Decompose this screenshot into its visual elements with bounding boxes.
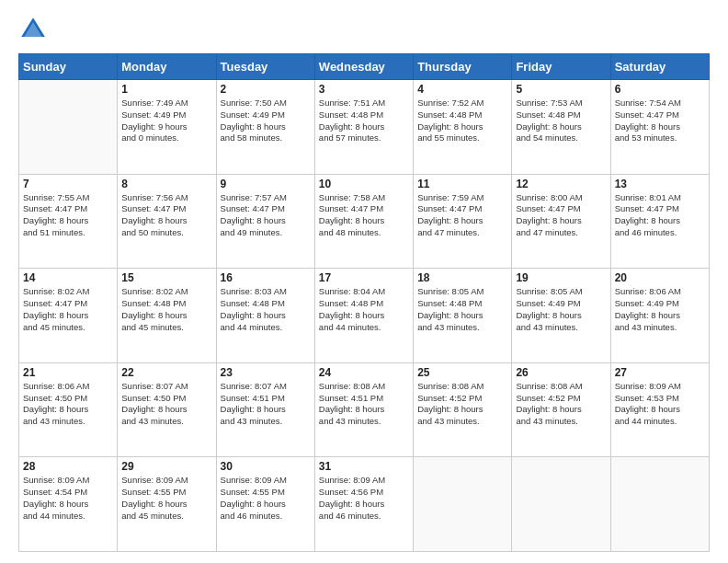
logo xyxy=(18,15,51,44)
cell-info-line: and 43 minutes. xyxy=(23,416,113,428)
cell-info-line: Sunrise: 8:09 AM xyxy=(121,475,211,487)
cell-info-line: Sunset: 4:47 PM xyxy=(615,203,705,215)
day-number: 21 xyxy=(23,366,113,379)
cell-info-line: Sunset: 4:51 PM xyxy=(221,393,311,405)
cell-info-line: Daylight: 8 hours xyxy=(121,215,211,227)
cell-info-line: Daylight: 8 hours xyxy=(221,404,311,416)
day-number: 3 xyxy=(319,83,409,96)
cell-info-line: Sunrise: 8:09 AM xyxy=(319,475,409,487)
cell-info-line: Sunrise: 8:08 AM xyxy=(516,381,606,393)
cell-info-line: and 46 minutes. xyxy=(319,511,409,523)
cell-info-line: Sunrise: 7:53 AM xyxy=(516,98,606,109)
cell-info-line: Daylight: 8 hours xyxy=(516,121,606,133)
col-header-wednesday: Wednesday xyxy=(314,54,413,80)
day-number: 29 xyxy=(121,460,211,473)
cell-info-line: Sunrise: 8:06 AM xyxy=(23,381,113,393)
cell-info-line: Sunset: 4:47 PM xyxy=(615,109,705,121)
day-number: 4 xyxy=(417,83,507,96)
day-number: 8 xyxy=(121,178,211,190)
calendar-cell: 2Sunrise: 7:50 AMSunset: 4:49 PMDaylight… xyxy=(216,80,314,175)
cell-info-line: Sunrise: 8:02 AM xyxy=(121,286,211,298)
calendar-cell: 30Sunrise: 8:09 AMSunset: 4:55 PMDayligh… xyxy=(216,457,314,552)
calendar-cell: 1Sunrise: 7:49 AMSunset: 4:49 PMDaylight… xyxy=(118,80,216,175)
cell-info-line: Daylight: 8 hours xyxy=(417,121,507,133)
cell-info-line: Sunset: 4:47 PM xyxy=(221,203,311,215)
cell-info-line: and 45 minutes. xyxy=(121,511,211,523)
cell-info-line: Sunset: 4:47 PM xyxy=(516,203,606,215)
cell-info-line: and 49 minutes. xyxy=(221,227,311,239)
day-number: 15 xyxy=(121,271,211,284)
day-number: 18 xyxy=(417,271,507,284)
cell-info-line: and 58 minutes. xyxy=(221,132,311,144)
calendar-cell: 19Sunrise: 8:05 AMSunset: 4:49 PMDayligh… xyxy=(512,269,610,363)
calendar-cell: 23Sunrise: 8:07 AMSunset: 4:51 PMDayligh… xyxy=(216,362,314,457)
cell-info-line: Sunset: 4:48 PM xyxy=(319,109,409,121)
cell-info-line: Sunset: 4:47 PM xyxy=(121,203,211,215)
col-header-tuesday: Tuesday xyxy=(216,54,314,80)
cell-info-line: and 46 minutes. xyxy=(221,511,311,523)
cell-info-line: Sunset: 4:49 PM xyxy=(121,109,211,121)
day-number: 27 xyxy=(615,366,705,379)
day-number: 1 xyxy=(121,83,211,96)
col-header-sunday: Sunday xyxy=(19,54,118,80)
cell-info-line: Daylight: 8 hours xyxy=(319,310,409,322)
calendar-cell xyxy=(610,457,709,552)
cell-info-line: and 43 minutes. xyxy=(319,416,409,428)
col-header-thursday: Thursday xyxy=(414,54,512,80)
day-number: 9 xyxy=(221,178,311,190)
cell-info-line: Sunrise: 7:56 AM xyxy=(121,192,211,204)
cell-info-line: and 46 minutes. xyxy=(615,227,705,239)
cell-info-line: Sunrise: 8:06 AM xyxy=(615,286,705,298)
cell-info-line: Sunrise: 8:05 AM xyxy=(417,286,507,298)
cell-info-line: and 43 minutes. xyxy=(615,322,705,334)
cell-info-line: Daylight: 8 hours xyxy=(615,121,705,133)
cell-info-line: and 47 minutes. xyxy=(417,227,507,239)
day-number: 19 xyxy=(516,271,606,284)
cell-info-line: Sunrise: 8:09 AM xyxy=(221,475,311,487)
page: SundayMondayTuesdayWednesdayThursdayFrid… xyxy=(0,0,728,563)
calendar-cell: 9Sunrise: 7:57 AMSunset: 4:47 PMDaylight… xyxy=(216,174,314,269)
calendar-cell: 27Sunrise: 8:09 AMSunset: 4:53 PMDayligh… xyxy=(610,362,709,457)
day-number: 30 xyxy=(221,460,311,473)
cell-info-line: and 45 minutes. xyxy=(121,322,211,334)
calendar-cell: 24Sunrise: 8:08 AMSunset: 4:51 PMDayligh… xyxy=(314,362,413,457)
calendar-cell: 16Sunrise: 8:03 AMSunset: 4:48 PMDayligh… xyxy=(216,269,314,363)
cell-info-line: Daylight: 8 hours xyxy=(121,310,211,322)
cell-info-line: Sunset: 4:47 PM xyxy=(23,298,113,310)
calendar-cell: 29Sunrise: 8:09 AMSunset: 4:55 PMDayligh… xyxy=(118,457,216,552)
day-number: 6 xyxy=(615,83,705,96)
cell-info-line: Sunset: 4:48 PM xyxy=(121,298,211,310)
cell-info-line: Sunrise: 8:08 AM xyxy=(417,381,507,393)
cell-info-line: Sunset: 4:50 PM xyxy=(23,393,113,405)
calendar-cell: 7Sunrise: 7:55 AMSunset: 4:47 PMDaylight… xyxy=(19,174,118,269)
header xyxy=(18,15,710,44)
cell-info-line: Sunrise: 8:00 AM xyxy=(516,192,606,204)
cell-info-line: Sunrise: 7:57 AM xyxy=(221,192,311,204)
cell-info-line: Sunrise: 7:50 AM xyxy=(221,98,311,109)
cell-info-line: Daylight: 8 hours xyxy=(23,499,113,511)
cell-info-line: and 43 minutes. xyxy=(121,416,211,428)
cell-info-line: Sunset: 4:49 PM xyxy=(516,298,606,310)
cell-info-line: Daylight: 8 hours xyxy=(23,215,113,227)
calendar-cell: 4Sunrise: 7:52 AMSunset: 4:48 PMDaylight… xyxy=(414,80,512,175)
cell-info-line: Daylight: 8 hours xyxy=(319,215,409,227)
cell-info-line: Sunset: 4:48 PM xyxy=(417,298,507,310)
day-number: 28 xyxy=(23,460,113,473)
cell-info-line: Sunrise: 7:51 AM xyxy=(319,98,409,109)
cell-info-line: and 45 minutes. xyxy=(23,322,113,334)
cell-info-line: and 50 minutes. xyxy=(121,227,211,239)
cell-info-line: and 47 minutes. xyxy=(516,227,606,239)
day-number: 13 xyxy=(615,178,705,190)
calendar-cell: 31Sunrise: 8:09 AMSunset: 4:56 PMDayligh… xyxy=(314,457,413,552)
cell-info-line: Daylight: 8 hours xyxy=(319,499,409,511)
day-number: 16 xyxy=(221,271,311,284)
cell-info-line: and 44 minutes. xyxy=(319,322,409,334)
calendar-table: SundayMondayTuesdayWednesdayThursdayFrid… xyxy=(18,53,710,552)
cell-info-line: Sunset: 4:52 PM xyxy=(516,393,606,405)
cell-info-line: and 54 minutes. xyxy=(516,132,606,144)
cell-info-line: Sunset: 4:47 PM xyxy=(23,203,113,215)
cell-info-line: and 55 minutes. xyxy=(417,132,507,144)
cell-info-line: Daylight: 8 hours xyxy=(23,310,113,322)
cell-info-line: Daylight: 8 hours xyxy=(417,310,507,322)
day-number: 11 xyxy=(417,178,507,190)
